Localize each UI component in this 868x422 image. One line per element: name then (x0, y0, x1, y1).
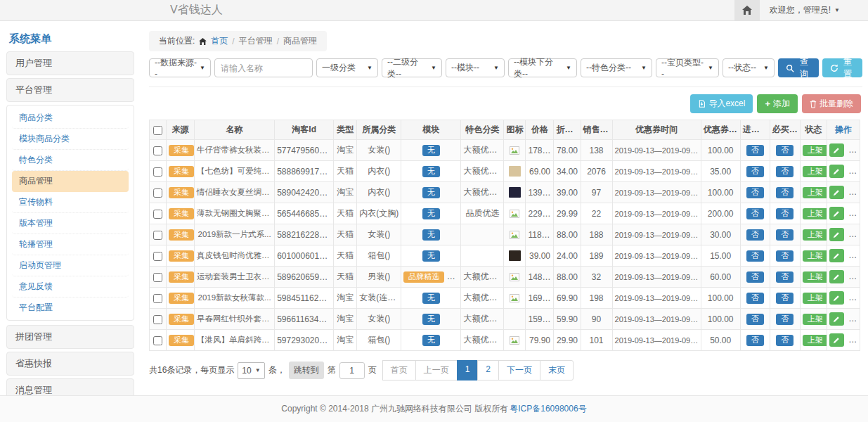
edit-button[interactable] (829, 228, 844, 241)
must-buy-badge[interactable]: 否 (776, 208, 793, 219)
status-badge[interactable]: 上架 (803, 335, 827, 346)
must-buy-badge[interactable]: 否 (776, 145, 793, 156)
import-select-badge[interactable]: 否 (746, 229, 764, 241)
sidebar-item[interactable]: 商品分类 (12, 108, 129, 129)
filter-select[interactable]: --数据来源-- ▼ (149, 58, 211, 77)
filter-select[interactable]: --特色分类-- ▼ (581, 58, 652, 77)
filter-select[interactable]: --状态-- ▼ (723, 58, 775, 77)
edit-button[interactable] (829, 186, 844, 199)
status-badge[interactable]: 上架 (803, 271, 827, 283)
delete-button[interactable] (848, 207, 860, 220)
row-checkbox[interactable] (153, 273, 162, 282)
sidebar-section[interactable]: 拼团管理 (6, 325, 134, 349)
delete-button[interactable] (848, 143, 860, 157)
must-buy-badge[interactable]: 否 (776, 271, 793, 283)
status-badge[interactable]: 上架 (803, 166, 827, 177)
status-badge[interactable]: 上架 (803, 250, 827, 262)
edit-button[interactable] (829, 207, 844, 220)
row-checkbox[interactable] (153, 188, 162, 198)
home-button[interactable] (734, 0, 760, 20)
sidebar-item[interactable]: 版本管理 (12, 213, 129, 234)
status-badge[interactable]: 上架 (803, 208, 827, 219)
must-buy-badge[interactable]: 否 (776, 166, 793, 177)
delete-button[interactable] (848, 249, 860, 262)
filter-select[interactable]: --二级分类-- ▼ (382, 58, 442, 77)
must-buy-badge[interactable]: 否 (776, 314, 793, 325)
sidebar-item[interactable]: 宣传物料 (12, 192, 129, 213)
import-select-badge[interactable]: 否 (746, 271, 764, 283)
import-select-badge[interactable]: 否 (746, 314, 764, 325)
import-select-badge[interactable]: 否 (746, 293, 764, 304)
import-excel-button[interactable]: 导入excel (690, 94, 753, 113)
import-select-badge[interactable]: 否 (746, 166, 764, 177)
breadcrumb-home-link[interactable]: 首页 (211, 35, 228, 47)
row-checkbox[interactable] (153, 294, 162, 303)
reset-button[interactable]: 重置 (822, 58, 863, 77)
import-select-badge[interactable]: 否 (746, 335, 764, 346)
status-badge[interactable]: 上架 (803, 229, 827, 241)
import-select-badge[interactable]: 否 (746, 250, 764, 262)
delete-button[interactable] (848, 333, 860, 347)
sidebar-item[interactable]: 平台配置 (12, 298, 129, 318)
import-select-badge[interactable]: 否 (746, 187, 764, 198)
user-menu[interactable]: 欢迎您，管理员! ▼ (760, 4, 868, 16)
search-button[interactable]: 查询 (778, 58, 819, 77)
edit-button[interactable] (829, 312, 844, 326)
delete-button[interactable] (848, 186, 860, 199)
page-button[interactable]: 1 (457, 360, 479, 381)
delete-button[interactable] (848, 291, 860, 305)
page-button[interactable]: 末页 (540, 360, 574, 381)
row-checkbox[interactable] (153, 231, 162, 240)
sidebar-section[interactable]: 用户管理 (6, 51, 134, 75)
edit-button[interactable] (829, 291, 844, 305)
filter-select[interactable]: --模块-- ▼ (446, 58, 505, 77)
delete-button[interactable] (848, 270, 860, 283)
sidebar-item[interactable]: 启动页管理 (12, 255, 129, 276)
sidebar-item[interactable]: 意见反馈 (12, 276, 129, 298)
edit-button[interactable] (829, 333, 844, 347)
select-all-checkbox[interactable] (153, 126, 162, 135)
sidebar-item[interactable]: 模块商品分类 (12, 129, 129, 150)
sidebar-section[interactable]: 省惠快报 (6, 352, 134, 376)
row-checkbox[interactable] (153, 336, 162, 345)
status-badge[interactable]: 上架 (803, 293, 827, 304)
edit-button[interactable] (829, 249, 844, 262)
filter-select[interactable]: --宝贝类型-- ▼ (656, 58, 719, 77)
import-select-badge[interactable]: 否 (746, 208, 764, 219)
edit-button[interactable] (829, 143, 844, 157)
edit-button[interactable] (829, 270, 844, 283)
status-badge[interactable]: 上架 (803, 187, 827, 198)
edit-button[interactable] (829, 165, 844, 178)
page-size-select[interactable]: 10 ▼ (238, 362, 264, 379)
jump-page-input[interactable] (339, 362, 365, 379)
must-buy-badge[interactable]: 否 (776, 335, 793, 346)
add-button[interactable]: + 添加 (757, 94, 798, 113)
batch-delete-button[interactable]: 批量删除 (802, 94, 861, 113)
page-button[interactable]: 下一页 (498, 360, 540, 381)
row-checkbox[interactable] (153, 252, 162, 261)
filter-select[interactable]: 一级分类 ▼ (316, 58, 378, 77)
sidebar-item[interactable]: 特色分类 (12, 150, 129, 171)
page-button[interactable]: 2 (477, 360, 499, 381)
row-checkbox[interactable] (153, 146, 162, 155)
page-button[interactable]: 首页 (382, 360, 416, 381)
row-checkbox[interactable] (153, 210, 162, 219)
must-buy-badge[interactable]: 否 (776, 250, 793, 262)
status-badge[interactable]: 上架 (803, 145, 827, 156)
status-badge[interactable]: 上架 (803, 314, 827, 325)
name-search-input[interactable] (214, 58, 313, 77)
row-checkbox[interactable] (153, 167, 162, 177)
delete-button[interactable] (848, 228, 860, 241)
jump-button[interactable]: 跳转到 (289, 362, 324, 379)
filter-select[interactable]: --模块下分类-- ▼ (508, 58, 577, 77)
import-select-badge[interactable]: 否 (746, 145, 764, 156)
row-checkbox[interactable] (153, 315, 162, 324)
sidebar-item[interactable]: 轮播管理 (12, 234, 129, 255)
sidebar-item[interactable]: 商品管理 (12, 171, 129, 192)
must-buy-badge[interactable]: 否 (776, 229, 793, 241)
must-buy-badge[interactable]: 否 (776, 187, 793, 198)
sidebar-section[interactable]: 平台管理 (6, 78, 134, 102)
delete-button[interactable] (848, 312, 860, 326)
page-button[interactable]: 上一页 (415, 360, 458, 381)
must-buy-badge[interactable]: 否 (776, 293, 793, 304)
